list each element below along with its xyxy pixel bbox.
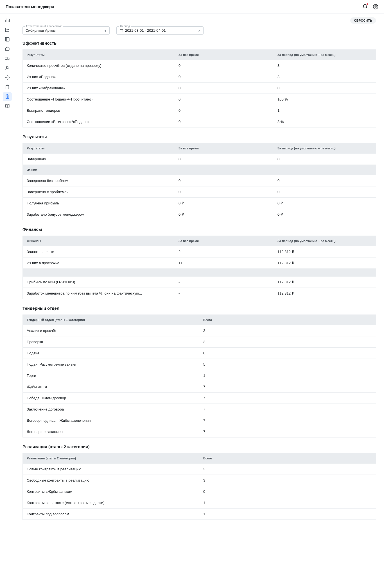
responsible-value: Сибиряков Артем <box>26 28 107 33</box>
results-table: Результаты За все время За период (по ум… <box>22 143 376 220</box>
finance-table: Финансы За все время За период (по умолч… <box>22 236 376 299</box>
table-row: Ждём итоги7 <box>23 381 376 393</box>
table-row: Договор не заключен7 <box>23 426 376 437</box>
table-row: Анализ и просчёт3 <box>23 325 376 336</box>
svg-point-8 <box>7 77 8 78</box>
realization-table: Реализация (этапы 2 категории) Всего Нов… <box>22 453 376 520</box>
col-fin: Финансы <box>23 236 175 246</box>
table-row: Из них в просрочке11112 312 ₽ <box>23 257 376 269</box>
page-title: Показатели менеджера <box>6 4 54 9</box>
table-row: Выиграно тендеров01 <box>23 105 376 116</box>
sidebar-item-layout[interactable] <box>3 35 12 44</box>
period-value: 2021-03-01 - 2021-04-01 <box>125 28 166 33</box>
efficiency-table: Результаты За все время За период (по ум… <box>22 49 376 127</box>
svg-rect-2 <box>5 37 9 41</box>
notifications-icon[interactable] <box>362 4 368 10</box>
responsible-select[interactable]: Ответственный просчетчик Сибиряков Артем… <box>22 26 110 35</box>
sidebar <box>0 13 15 531</box>
table-row: Из них «Забраковано»00 <box>23 83 376 94</box>
notification-dot <box>367 3 368 5</box>
table-row: Свободные контракты в реализацию3 <box>23 475 376 486</box>
sidebar-item-truck[interactable] <box>3 54 12 63</box>
svg-rect-13 <box>120 29 123 32</box>
table-row: Соотношение «Выиграно»/«Подано»03 % <box>23 116 376 127</box>
table-row: Из них «Подано»03 <box>23 71 376 83</box>
table-row: Торги1 <box>23 370 376 381</box>
table-row: Завершено00 <box>23 154 376 165</box>
period-label: Период <box>119 25 131 28</box>
table-row: Контракты в поставке (есть открытые сдел… <box>23 497 376 509</box>
table-row: Контракты под вопросом1 <box>23 509 376 520</box>
sidebar-item-clipboard[interactable] <box>3 83 12 92</box>
calendar-icon <box>119 29 123 33</box>
section-title-tender: Тендерный отдел <box>22 306 376 311</box>
table-row: Завершено с проблемой00 <box>23 186 376 198</box>
header-actions <box>362 4 378 10</box>
sidebar-item-stats[interactable] <box>3 16 12 25</box>
table-row: Завершено без проблем00 <box>23 175 376 186</box>
section-title-realization: Реализация (этапы 2 категории) <box>22 444 376 449</box>
table-row: Заявок в оплате2112 312 ₽ <box>23 246 376 257</box>
svg-point-1 <box>375 5 376 7</box>
table-row: Контракты «Ждём заявки»0 <box>23 486 376 497</box>
sidebar-item-settings[interactable] <box>3 73 12 82</box>
svg-rect-3 <box>5 48 9 51</box>
section-title-efficiency: Эффективность <box>22 41 376 45</box>
table-spacer <box>23 269 376 277</box>
table-row: Победа. Ждём договор7 <box>23 393 376 404</box>
svg-point-6 <box>8 59 9 60</box>
table-row: Договор подписан. Ждём заключения7 <box>23 415 376 426</box>
col-period: За период (по умолчанию – ра месяц) <box>274 50 376 60</box>
svg-point-5 <box>6 59 6 60</box>
header: Показатели менеджера <box>0 0 384 13</box>
main-content: СБРОСИТЬ Ответственный просчетчик Сибиря… <box>15 13 384 531</box>
table-row: Заработано бонусов менеджером0 ₽0 ₽ <box>23 209 376 220</box>
table-row: Заключение договора7 <box>23 404 376 415</box>
period-select[interactable]: Период 2021-03-01 - 2021-04-01 × <box>116 26 204 35</box>
user-avatar-icon[interactable] <box>373 4 378 10</box>
responsible-label: Ответственный просчетчик <box>25 25 63 28</box>
table-row: Получена прибыль0 ₽0 ₽ <box>23 198 376 209</box>
svg-point-7 <box>6 66 8 68</box>
sidebar-item-report[interactable] <box>3 92 12 101</box>
table-row: Подан. Рассмотрение заявки5 <box>23 359 376 370</box>
section-title-results: Результаты <box>22 134 376 139</box>
table-row: Новые контракты в реализацию3 <box>23 464 376 475</box>
table-subheader: Из них <box>23 165 376 175</box>
sidebar-item-briefcase[interactable] <box>3 44 12 53</box>
section-title-finance: Финансы <box>22 227 376 232</box>
svg-rect-4 <box>5 57 8 60</box>
filters: Ответственный просчетчик Сибиряков Артем… <box>22 26 376 35</box>
chevron-down-icon: ▾ <box>105 28 107 33</box>
col-all: За все время <box>175 50 274 60</box>
sidebar-item-chart[interactable] <box>3 25 12 34</box>
sidebar-item-book[interactable] <box>3 102 12 111</box>
table-row: Прибыль по ним (ГРЯЗНАЯ)-112 312 ₽ <box>23 277 376 288</box>
table-row: Подача0 <box>23 348 376 359</box>
table-row: Проверка3 <box>23 336 376 348</box>
table-row: Количество просчётов (отдано на проверку… <box>23 60 376 71</box>
reset-button[interactable]: СБРОСИТЬ <box>350 17 376 24</box>
table-row: Соотношение «Подано»/«Просчитано»0100 % <box>23 94 376 105</box>
col-results: Результаты <box>23 50 175 60</box>
table-row: Заработок менеджера по ним (без вычета %… <box>23 288 376 299</box>
clear-period-icon[interactable]: × <box>198 28 200 33</box>
sidebar-item-user[interactable] <box>3 63 12 72</box>
tender-table: Тендерный отдел (этапы 1 категории) Всег… <box>22 314 376 437</box>
